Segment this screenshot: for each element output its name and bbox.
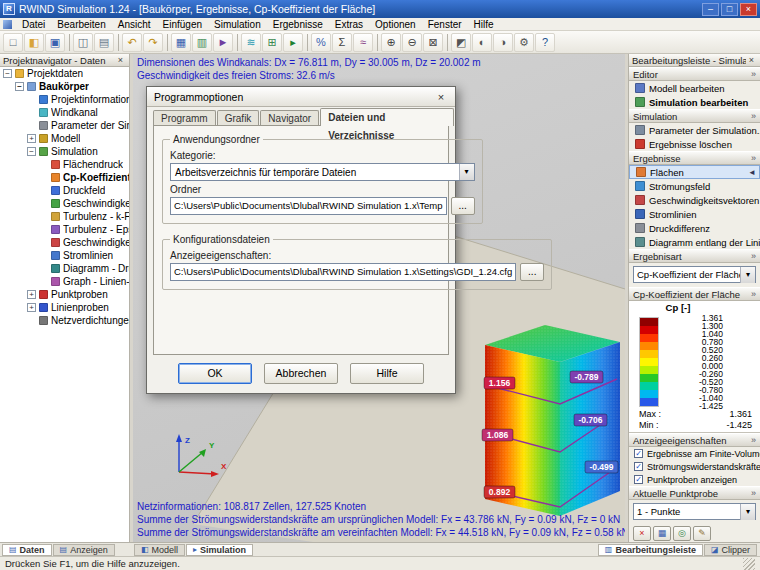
tab-daten[interactable]: ▤Daten [2,544,52,556]
dropdown-arrow-icon[interactable]: ▾ [740,504,755,520]
section-header-simulation[interactable]: Simulation » [629,109,760,123]
editbar-item-stroemungsfeld[interactable]: Strömungsfeld [629,179,760,193]
ordner-input[interactable]: C:\Users\Public\Documents\Dlubal\RWIND S… [170,197,447,215]
tree-item-projektinformationen[interactable]: Projektinformationen [0,93,129,106]
tab-simulation[interactable]: ▸Simulation [186,544,253,556]
navigator-header[interactable]: Projektnavigator - Daten × [0,54,129,67]
section-header-editor[interactable]: Editor » [629,67,760,81]
zoom-in-icon[interactable]: ⊕ [381,33,401,52]
tree-item-geschwindigkeitsfeld[interactable]: Geschwindigkeitsfeld [0,197,129,210]
editbar-item-geschwindigkeitsvektoren[interactable]: Geschwindigkeitsvektoren [629,193,760,207]
tree-expander-icon[interactable]: − [27,147,36,156]
point-probe-label[interactable]: 1.086 [482,429,513,441]
new-project-icon[interactable]: □ [3,33,23,52]
menu-fenster[interactable]: Fenster [422,18,468,31]
menu-einfuegen[interactable]: Einfügen [157,18,208,31]
menu-ergebnisse[interactable]: Ergebnisse [267,18,329,31]
tree-item-projektdaten[interactable]: −Projektdaten [0,67,129,80]
tree-item-baukoerper[interactable]: −Baukörper [0,80,129,93]
editbar-item-simulation-bearbeiten[interactable]: Simulation bearbeiten [629,95,760,109]
browse-ordner-button[interactable]: ... [451,197,475,215]
point-probe-label[interactable]: -0.499 [585,461,618,473]
save-project-icon[interactable]: ▣ [45,33,65,52]
tree-item-punktproben[interactable]: +Punktproben [0,288,129,301]
section-header-cp-scale[interactable]: Cp-Koeffizient der Fläche » [629,287,760,301]
sum-forces-icon[interactable]: Σ [332,33,352,52]
redo-icon[interactable]: ↷ [143,33,163,52]
clipper-toggle-button[interactable]: ◪Clipper [704,544,757,556]
checkbox-stroemungswiderstandskraefte[interactable]: ✓Strömungswiderstandskräfte an... [629,460,760,473]
tab-dateien-und-verzeichnisse[interactable]: Dateien und Verzeichnisse [320,108,454,126]
tree-expander-icon[interactable]: + [27,134,36,143]
checkbox-checked-icon[interactable]: ✓ [634,449,643,458]
tree-item-flaechendruck[interactable]: Flächendruck [0,158,129,171]
menu-ansicht[interactable]: Ansicht [112,18,157,31]
tree-expander-icon[interactable]: + [27,303,36,312]
tab-navigator[interactable]: Navigator [260,110,319,126]
menu-optionen[interactable]: Optionen [369,18,422,31]
titlebar[interactable]: R RWIND Simulation 1.24 - [Baukörper, Er… [0,0,760,18]
point-probe-label[interactable]: 0.892 [484,486,515,498]
tree-item-stromlinien[interactable]: Stromlinien [0,249,129,262]
editbar-item-stromlinien[interactable]: Stromlinien [629,207,760,221]
tree-expander-icon[interactable]: + [27,290,36,299]
dialog-titlebar[interactable]: Programmoptionen × [147,87,455,107]
point-probe-label[interactable]: -0.789 [570,371,603,383]
tree-item-graph-linien-proben[interactable]: Graph - Linien-Proben [0,275,129,288]
copy-view-icon[interactable]: ▤ [94,33,114,52]
close-button[interactable]: × [740,3,757,16]
tree-item-geschwindigkeitsvektoren[interactable]: Geschwindigkeitsvektoren [0,236,129,249]
tab-grafik[interactable]: Grafik [217,110,260,126]
menu-hilfe[interactable]: Hilfe [468,18,500,31]
animation-icon[interactable]: ► [213,33,233,52]
menu-extras[interactable]: Extras [329,18,369,31]
settings-icon[interactable]: ⚙ [514,33,534,52]
section-header-aktuelle-punktprobe[interactable]: Aktuelle Punktprobe » [629,486,760,500]
browse-anzeige-button[interactable]: ... [520,263,544,281]
editbar-item-modell-bearbeiten[interactable]: Modell bearbeiten [629,81,760,95]
mesh-icon[interactable]: ⊞ [262,33,282,52]
editbar-item-parameter-der-simulation[interactable]: Parameter der Simulation... [629,123,760,137]
tree-item-simulation[interactable]: −Simulation [0,145,129,158]
editbar-close-icon[interactable]: × [746,55,757,65]
menu-simulation[interactable]: Simulation [208,18,267,31]
editbar-header[interactable]: Bearbeitungsleiste - Simulation × [629,54,760,67]
ok-button[interactable]: OK [178,363,252,384]
checkbox-punktproben-anzeigen[interactable]: ✓Punktproben anzeigen [629,473,760,486]
anzeigeeigenschaften-input[interactable]: C:\Users\Public\Documents\Dlubal\RWIND S… [170,263,516,281]
tree-item-netzverdichtungen[interactable]: Netzverdichtungen [0,314,129,327]
print-icon[interactable]: ◫ [73,33,93,52]
minimize-button[interactable]: – [702,3,719,16]
tree-item-turbulenz-k-feld[interactable]: Turbulenz - k-Feld [0,210,129,223]
kategorie-select[interactable]: Arbeitsverzeichnis für temporäre Dateien… [170,163,475,181]
programmoptionen-dialog[interactable]: Programmoptionen × Programm Grafik Navig… [146,86,456,394]
zoom-window-icon[interactable]: ⊠ [423,33,443,52]
start-simulation-icon[interactable]: ▸ [283,33,303,52]
result-type-select[interactable]: Cp-Koeffizient der Fläche ▾ [633,266,756,283]
section-header-anzeigeeigenschaften[interactable]: Anzeigeeigenschaften » [629,433,760,447]
open-project-icon[interactable]: ◧ [24,33,44,52]
view-x-icon[interactable]: ◐ [472,33,492,52]
tree-item-parameter-der-simulation[interactable]: Parameter der Simulation [0,119,129,132]
dropdown-arrow-icon[interactable]: ▾ [740,267,755,283]
undo-icon[interactable]: ↶ [122,33,142,52]
tree-expander-icon[interactable]: − [15,82,24,91]
table-view-icon[interactable]: ▦ [171,33,191,52]
tree-item-windkanal[interactable]: Windkanal [0,106,129,119]
help-icon[interactable]: ? [535,33,555,52]
section-header-ergebnisart[interactable]: Ergebnisart » [629,249,760,263]
wind-flow-icon[interactable]: ≋ [241,33,261,52]
tree-expander-icon[interactable]: − [3,69,12,78]
grid-view-icon[interactable]: ▥ [192,33,212,52]
point-probe-pick-button[interactable]: ◎ [673,526,691,541]
editbar-item-ergebnisse-loeschen[interactable]: Ergebnisse löschen [629,137,760,151]
tree-item-linienproben[interactable]: +Linienproben [0,301,129,314]
tree-item-cp-koeffizient[interactable]: Cp-Koeffizient der Fl [0,171,129,184]
section-header-ergebnisse[interactable]: Ergebnisse » [629,151,760,165]
point-probe-table-button[interactable]: ▦ [653,526,671,541]
tab-modell[interactable]: ◧Modell [134,544,185,556]
maximize-button[interactable]: □ [721,3,738,16]
hilfe-button[interactable]: Hilfe [350,363,424,384]
abbrechen-button[interactable]: Abbrechen [264,363,338,384]
point-probe-label[interactable]: 1.156 [484,377,515,389]
